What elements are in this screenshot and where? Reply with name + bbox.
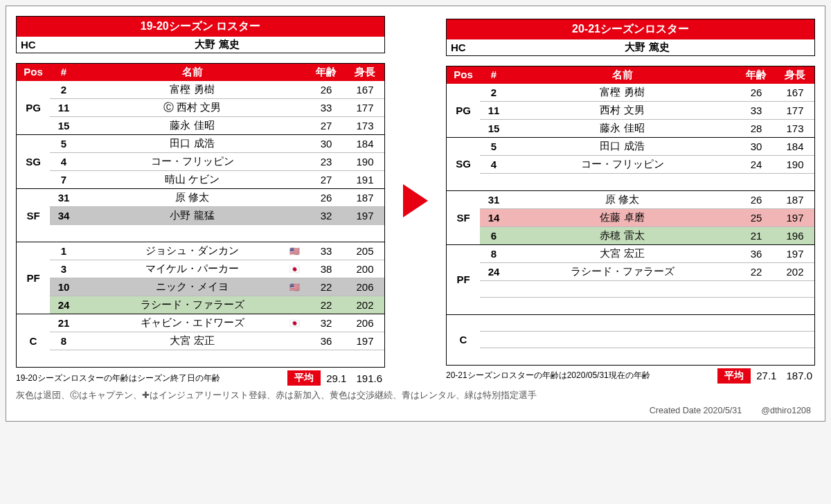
- player-number: 8: [480, 246, 508, 262]
- player-height: 190: [776, 156, 814, 172]
- player-age: [737, 337, 776, 341]
- position-rows: 8大宮 宏正3619724ラシード・ファラーズ22202: [480, 245, 814, 314]
- player-number: [50, 357, 78, 361]
- player-name: ギャビン・エドワーズ🇯🇵: [78, 314, 307, 332]
- player-age: 27: [307, 118, 346, 134]
- player-age: 33: [737, 102, 776, 118]
- col-age: 年齢: [307, 64, 346, 81]
- player-age: 28: [737, 120, 776, 136]
- player-height: 184: [346, 136, 384, 152]
- player-name: [508, 354, 737, 359]
- position-label: PG: [447, 84, 480, 137]
- nationality-flag-icon: 🇯🇵: [289, 318, 300, 328]
- player-row: [480, 281, 814, 298]
- position-label: PF: [17, 242, 50, 314]
- position-rows: 5田口 成浩301844コー・フリッピン24190: [480, 138, 814, 190]
- roster-panel-left: 19-20シーズン ロスターHC大野 篤史Pos#名前年齢身長PG2富樫 勇樹2…: [16, 16, 385, 386]
- author-handle: @dthiro1208: [761, 406, 811, 415]
- player-height: [776, 354, 814, 359]
- position-rows: 31原 修太2618734小野 龍猛32197: [50, 189, 384, 242]
- player-name: [78, 357, 307, 361]
- player-height: 197: [346, 333, 384, 349]
- player-number: [480, 354, 508, 359]
- player-height: [346, 357, 384, 361]
- player-row: 21ギャビン・エドワーズ🇯🇵32206: [50, 314, 384, 332]
- position-rows: 31原 修太2618714佐藤 卓磨251976赤穂 雷太21196: [480, 191, 814, 244]
- player-row: 11西村 文男33177: [480, 102, 814, 120]
- col-pos: Pos: [447, 66, 480, 84]
- nationality-flag-icon: 🇺🇸: [289, 282, 300, 292]
- nationality-flag-icon: 🇺🇸: [289, 246, 300, 256]
- player-age: 30: [737, 138, 776, 154]
- player-age: 32: [307, 208, 346, 224]
- player-name: 原 修太: [78, 189, 307, 206]
- player-age: 22: [307, 279, 346, 295]
- position-block: PG2富樫 勇樹2616711Ⓒ 西村 文男3317715藤永 佳昭27173: [17, 81, 384, 135]
- nationality-flag-icon: 🇯🇵: [289, 264, 300, 274]
- page: 19-20シーズン ロスターHC大野 篤史Pos#名前年齢身長PG2富樫 勇樹2…: [6, 6, 825, 422]
- position-block: SG5田口 成浩301844コー・フリッピン231907晴山 ケビン27191: [17, 135, 384, 189]
- position-label: SF: [447, 191, 480, 244]
- player-age: 26: [737, 192, 776, 208]
- player-height: 177: [346, 100, 384, 116]
- player-height: 187: [776, 192, 814, 208]
- position-rows: [480, 315, 814, 365]
- player-name: [508, 337, 737, 341]
- player-name: 原 修太: [508, 191, 737, 208]
- position-block: SF31原 修太2618714佐藤 卓磨251976赤穂 雷太21196: [447, 191, 814, 245]
- player-height: 202: [776, 264, 814, 280]
- footnote-text: 20-21シーズンロスターの年齢は2020/05/31現在の年齢: [446, 370, 712, 381]
- position-label: C: [17, 314, 50, 367]
- player-name: 藤永 佳昭: [78, 117, 307, 134]
- player-number: 11: [50, 100, 78, 116]
- player-height: 167: [776, 84, 814, 100]
- player-name: 西村 文男: [508, 102, 737, 119]
- created-date: Created Date 2020/5/31: [650, 406, 742, 415]
- average-height: 191.6: [356, 372, 382, 384]
- position-label: SG: [447, 138, 480, 190]
- player-name: ラシード・ファラーズ: [78, 296, 307, 314]
- position-label: PG: [17, 81, 50, 134]
- player-height: 190: [346, 154, 384, 170]
- player-name: 小野 龍猛: [78, 207, 307, 224]
- player-height: [776, 337, 814, 341]
- player-age: 22: [307, 297, 346, 313]
- player-name: [508, 287, 737, 291]
- player-age: [307, 231, 346, 235]
- player-height: 167: [346, 82, 384, 98]
- player-number: 3: [50, 261, 78, 277]
- season-title: 20-21シーズンロスター: [447, 19, 814, 39]
- player-age: [737, 321, 776, 325]
- player-name: [508, 180, 737, 184]
- player-row: 4コー・フリッピン23190: [50, 153, 384, 171]
- player-age: 24: [737, 156, 776, 172]
- position-block: C: [447, 315, 814, 365]
- player-number: [480, 321, 508, 325]
- player-age: 38: [307, 261, 346, 277]
- player-row: 24ラシード・ファラーズ22202: [50, 296, 384, 314]
- player-name: 田口 成浩: [508, 138, 737, 155]
- player-name: 赤穂 雷太: [508, 227, 737, 244]
- player-age: 26: [307, 190, 346, 206]
- player-name: ジョシュ・ダンカン🇺🇸: [78, 242, 307, 260]
- player-number: [480, 337, 508, 341]
- player-row: 2富樫 勇樹26167: [50, 81, 384, 99]
- player-row: 11Ⓒ 西村 文男33177: [50, 99, 384, 117]
- player-number: 14: [480, 210, 508, 226]
- player-number: 21: [50, 315, 78, 331]
- player-row: [480, 174, 814, 190]
- player-height: 197: [776, 210, 814, 226]
- player-row: 1ジョシュ・ダンカン🇺🇸33205: [50, 242, 384, 260]
- arrow-column: [393, 181, 438, 220]
- player-row: 2富樫 勇樹26167: [480, 84, 814, 102]
- player-number: 5: [480, 138, 508, 154]
- player-number: 7: [50, 172, 78, 188]
- season-title: 19-20シーズン ロスター: [17, 17, 384, 37]
- player-row: [50, 350, 384, 367]
- player-number: 2: [480, 84, 508, 100]
- average-badge: 平均: [717, 368, 751, 384]
- position-block: PG2富樫 勇樹2616711西村 文男3317715藤永 佳昭28173: [447, 84, 814, 138]
- player-height: 196: [776, 228, 814, 244]
- player-row: 10ニック・メイヨ🇺🇸22206: [50, 278, 384, 296]
- col-number: #: [50, 64, 78, 81]
